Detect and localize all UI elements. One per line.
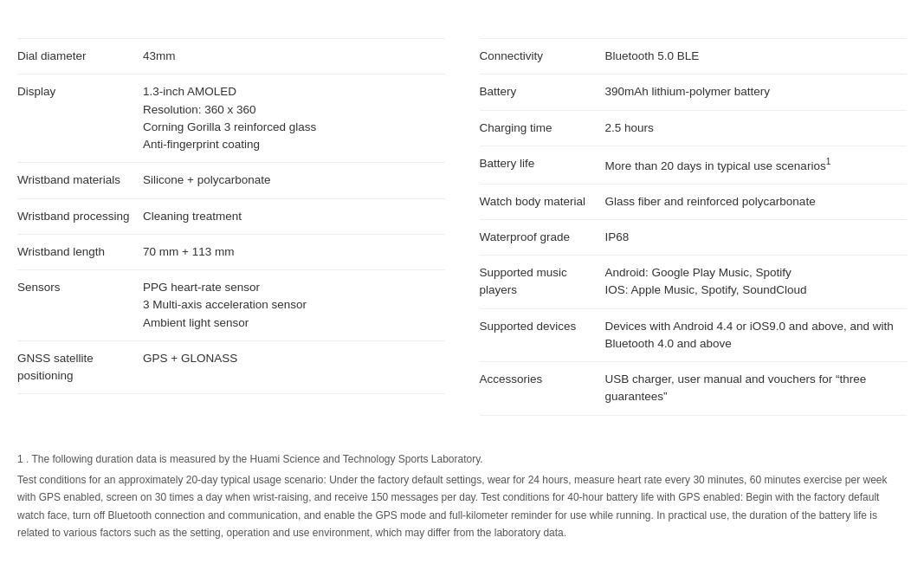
spec-label: Wristband materials <box>17 172 143 189</box>
spec-row: Battery390mAh lithium-polymer battery <box>480 74 908 110</box>
spec-row: Supported music playersAndroid: Google P… <box>480 256 908 309</box>
spec-label: GNSS satellite positioning <box>17 350 143 385</box>
footnote-section: 1 . The following duration data is measu… <box>17 450 907 542</box>
spec-row: Supported devicesDevices with Android 4.… <box>480 309 908 363</box>
spec-value: 2.5 hours <box>605 120 908 137</box>
specs-container: Dial diameter43mmDisplay1.3-inch AMOLEDR… <box>17 38 907 416</box>
spec-label: Charging time <box>480 120 605 137</box>
spec-row: Wristband length70 mm + 113 mm <box>17 235 445 270</box>
spec-row: Charging time2.5 hours <box>480 111 908 146</box>
spec-value: PPG heart-rate sensor3 Multi-axis accele… <box>143 279 445 332</box>
spec-label: Wristband length <box>17 243 143 261</box>
spec-row: Display1.3-inch AMOLEDResolution: 360 x … <box>17 74 445 163</box>
spec-value: Cleaning treatment <box>143 208 445 225</box>
left-column: Dial diameter43mmDisplay1.3-inch AMOLEDR… <box>17 38 480 416</box>
spec-row: Wristband materialsSilicone + polycarbon… <box>17 163 445 198</box>
spec-label: Connectivity <box>480 48 605 65</box>
spec-value: Bluetooth 5.0 BLE <box>605 48 908 65</box>
spec-value: USB charger, user manual and vouchers fo… <box>605 371 908 406</box>
spec-label: Supported devices <box>480 318 605 335</box>
spec-value: 43mm <box>143 48 445 65</box>
spec-row: GNSS satellite positioningGPS + GLONASS <box>17 341 445 395</box>
spec-row: ConnectivityBluetooth 5.0 BLE <box>480 38 908 74</box>
spec-value: 1.3-inch AMOLEDResolution: 360 x 360Corn… <box>143 83 445 153</box>
spec-label: Sensors <box>17 279 143 296</box>
footnote-body: Test conditions for an approximately 20-… <box>17 471 907 542</box>
spec-value: Android: Google Play Music, SpotifyIOS: … <box>605 264 908 300</box>
spec-row: SensorsPPG heart-rate sensor3 Multi-axis… <box>17 270 445 341</box>
spec-row: Waterproof gradeIP68 <box>480 220 908 256</box>
spec-value: Devices with Android 4.4 or iOS9.0 and a… <box>605 318 908 353</box>
spec-row: Dial diameter43mm <box>17 38 445 74</box>
spec-value: IP68 <box>605 229 908 246</box>
right-column: ConnectivityBluetooth 5.0 BLEBattery390m… <box>480 38 908 416</box>
spec-row: Battery lifeMore than 20 days in typical… <box>480 146 908 185</box>
spec-value: Glass fiber and reinforced polycarbonate <box>605 193 908 211</box>
spec-value: GPS + GLONASS <box>143 350 445 367</box>
spec-label: Supported music players <box>480 264 605 300</box>
footnote-intro: 1 . The following duration data is measu… <box>17 450 907 468</box>
spec-label: Dial diameter <box>17 48 143 65</box>
spec-value: More than 20 days in typical use scenari… <box>605 155 908 175</box>
spec-row: Watch body materialGlass fiber and reinf… <box>480 185 908 220</box>
spec-row: Wristband processingCleaning treatment <box>17 199 445 235</box>
spec-value: 70 mm + 113 mm <box>143 243 445 261</box>
spec-value: 390mAh lithium-polymer battery <box>605 83 908 100</box>
spec-row: AccessoriesUSB charger, user manual and … <box>480 362 908 416</box>
spec-label: Display <box>17 83 143 100</box>
spec-label: Wristband processing <box>17 208 143 225</box>
spec-label: Waterproof grade <box>480 229 605 246</box>
spec-label: Battery <box>480 83 605 100</box>
spec-value: Silicone + polycarbonate <box>143 172 445 189</box>
spec-label: Battery life <box>480 155 605 172</box>
spec-label: Accessories <box>480 371 605 388</box>
spec-label: Watch body material <box>480 193 605 211</box>
